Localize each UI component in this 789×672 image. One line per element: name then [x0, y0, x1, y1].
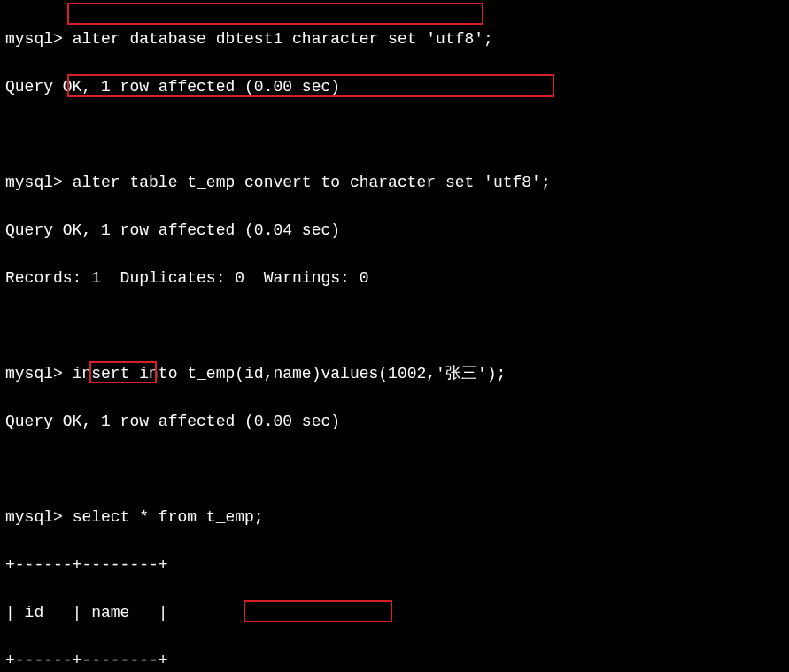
- result-3: Query OK, 1 row affected (0.00 sec): [5, 410, 789, 434]
- table-border: +------+--------+: [5, 553, 789, 577]
- sql-insert: insert into t_emp(id,name)values(1002,'张…: [73, 365, 507, 382]
- result-1: Query OK, 1 row affected (0.00 sec): [5, 75, 789, 99]
- highlight-alter-database: [67, 3, 483, 25]
- sql-alter-table: alter table t_emp convert to character s…: [73, 174, 551, 191]
- cmd-line-4: mysql> select * from t_emp;: [5, 506, 789, 529]
- prompt: mysql>: [5, 174, 73, 191]
- table-header: | id | name |: [5, 601, 789, 625]
- result-2a: Query OK, 1 row affected (0.04 sec): [5, 219, 789, 243]
- prompt: mysql>: [5, 508, 73, 526]
- mysql-terminal[interactable]: mysql> alter database dbtest1 character …: [0, 0, 789, 672]
- cmd-line-2: mysql> alter table t_emp convert to char…: [5, 171, 789, 195]
- prompt: mysql>: [5, 30, 73, 48]
- sql-alter-database: alter database dbtest1 character set 'ut…: [73, 30, 493, 48]
- table-border: +------+--------+: [5, 649, 789, 672]
- prompt: mysql>: [5, 365, 73, 382]
- cmd-line-3: mysql> insert into t_emp(id,name)values(…: [5, 362, 789, 386]
- blank: [5, 458, 789, 482]
- blank: [5, 123, 789, 147]
- sql-select: select * from t_emp;: [73, 508, 264, 526]
- cmd-line-1: mysql> alter database dbtest1 character …: [5, 27, 789, 51]
- result-2b: Records: 1 Duplicates: 0 Warnings: 0: [5, 266, 789, 290]
- blank: [5, 314, 789, 338]
